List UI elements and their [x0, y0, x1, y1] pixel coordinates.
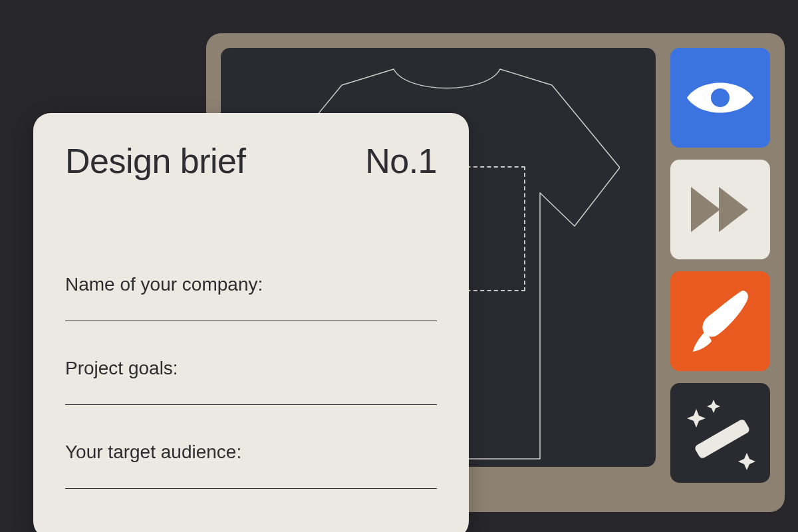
- field-company: Name of your company:: [65, 274, 437, 326]
- svg-point-0: [711, 88, 730, 107]
- brush-icon: [690, 288, 750, 354]
- field-label: Your target audience:: [65, 442, 437, 463]
- skip-button[interactable]: [670, 160, 770, 259]
- goals-input[interactable]: [65, 404, 437, 405]
- audience-input[interactable]: [65, 487, 437, 489]
- svg-marker-1: [691, 187, 720, 232]
- brief-number: No.1: [365, 141, 437, 181]
- brief-title: Design brief: [65, 141, 245, 181]
- company-input[interactable]: [65, 320, 437, 321]
- design-brief-card: Design brief No.1 Name of your company: …: [33, 113, 469, 532]
- eye-icon: [684, 74, 757, 121]
- svg-marker-2: [719, 187, 748, 232]
- fast-forward-icon: [687, 183, 753, 236]
- brief-header: Design brief No.1: [65, 141, 437, 181]
- svg-rect-3: [694, 418, 750, 460]
- field-goals: Project goals:: [65, 358, 437, 410]
- brush-button[interactable]: [670, 271, 770, 371]
- field-label: Name of your company:: [65, 274, 437, 295]
- field-audience: Your target audience:: [65, 442, 437, 493]
- magic-button[interactable]: [670, 383, 770, 483]
- magic-wand-icon: [680, 393, 760, 473]
- preview-button[interactable]: [670, 48, 770, 148]
- field-label: Project goals:: [65, 358, 437, 379]
- tool-column: [670, 48, 770, 497]
